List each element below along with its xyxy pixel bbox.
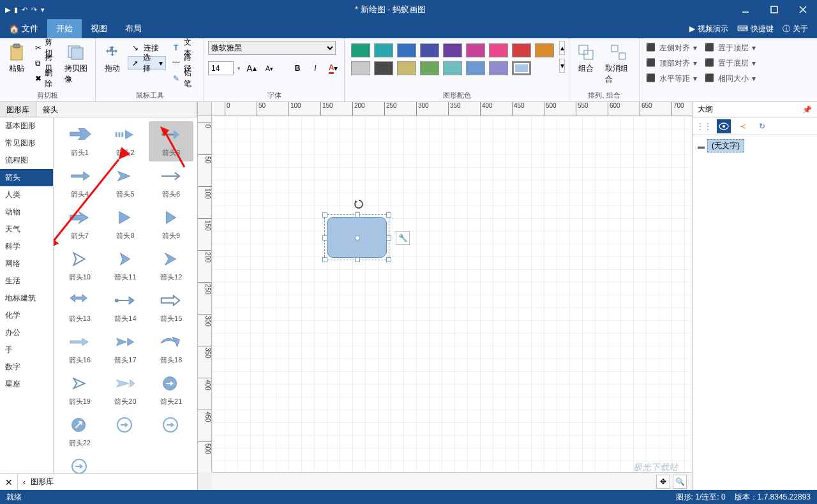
pencil-button[interactable]: ✎铅笔 [169, 71, 200, 85]
font-family-select[interactable]: 微软雅黑 [208, 41, 336, 55]
category-item[interactable]: 星座 [0, 376, 53, 393]
shape-item[interactable]: 箭头13 [57, 287, 102, 327]
shape-item[interactable]: 箭头2 [103, 121, 148, 161]
minimize-button[interactable] [731, 0, 760, 19]
category-item[interactable]: 化学 [0, 307, 53, 324]
send-back-button[interactable]: ⬛置于底层 ▾ [702, 56, 758, 70]
font-size-input[interactable] [208, 61, 234, 75]
shape-item[interactable]: 箭头4 [57, 163, 102, 203]
category-item[interactable]: 箭头 [0, 169, 53, 186]
resize-handle-e[interactable] [386, 235, 391, 241]
select-button[interactable]: ➚选择 ▾ [128, 56, 166, 70]
zoom-button[interactable]: 🔍 [673, 475, 687, 489]
color-swatch[interactable] [374, 61, 393, 75]
drag-button[interactable]: 拖动 [100, 41, 125, 77]
color-swatch[interactable] [374, 43, 393, 57]
resize-handle-s[interactable] [355, 257, 360, 262]
color-swatch[interactable] [397, 43, 416, 57]
same-size-button[interactable]: ⬛相同大小 ▾ [702, 71, 758, 85]
color-swatch[interactable] [512, 61, 531, 75]
italic-button[interactable]: I [308, 61, 322, 75]
category-item[interactable]: 常见图形 [0, 135, 53, 152]
qa-more-icon[interactable]: ▾ [41, 6, 45, 14]
paste-button[interactable]: 粘贴 [4, 41, 29, 77]
category-item[interactable]: 天气 [0, 221, 53, 238]
category-item[interactable]: 科学 [0, 238, 53, 255]
shape-item[interactable]: 箭头20 [103, 370, 148, 410]
close-button[interactable] [788, 0, 817, 19]
align-left-button[interactable]: ⬛左侧对齐 ▾ [643, 41, 700, 55]
about-link[interactable]: ⓘ 关于 [783, 24, 808, 34]
video-demo-link[interactable]: ▶ 视频演示 [689, 24, 728, 34]
resize-handle-se[interactable] [386, 257, 391, 262]
color-swatch[interactable] [443, 61, 462, 75]
menu-view[interactable]: 视图 [82, 19, 116, 38]
center-handle[interactable] [355, 235, 360, 241]
shape-settings-button[interactable]: 🔧 [396, 231, 410, 245]
category-item[interactable]: 网络 [0, 255, 53, 272]
category-item[interactable]: 办公 [0, 324, 53, 341]
group-button[interactable]: 组合 [573, 41, 599, 77]
align-top-button[interactable]: ⬛顶部对齐 ▾ [643, 56, 700, 70]
resize-handle-nw[interactable] [322, 212, 327, 218]
ungroup-button[interactable]: 取消组合 [601, 41, 635, 87]
color-swatch[interactable] [443, 43, 462, 57]
shortcuts-link[interactable]: ⌨ 快捷键 [737, 24, 774, 34]
drag-handle-icon[interactable]: ⋮⋮ [696, 122, 712, 131]
pin-icon[interactable]: 📌 [802, 105, 812, 114]
color-swatch[interactable] [351, 43, 370, 57]
canvas[interactable]: 🔧 [212, 116, 692, 472]
tree-toggle-icon[interactable]: ▬ [698, 142, 705, 150]
color-swatch[interactable] [351, 61, 370, 75]
delete-button[interactable]: ✖删除 [32, 71, 58, 85]
share-button[interactable]: ≺ [736, 119, 750, 133]
menu-file[interactable]: 🏠 文件 [0, 19, 47, 38]
resize-handle-sw[interactable] [322, 257, 327, 262]
shape-item[interactable]: 箭头17 [103, 329, 148, 369]
color-swatch[interactable] [489, 43, 508, 57]
color-swatch[interactable] [420, 43, 439, 57]
bold-button[interactable]: B [290, 61, 304, 75]
shape-item[interactable]: 箭头7 [57, 204, 102, 244]
colors-down-icon[interactable]: ▾ [559, 59, 565, 73]
shape-item[interactable]: 箭头12 [149, 246, 193, 286]
category-item[interactable]: 生活 [0, 272, 53, 290]
menu-layout[interactable]: 布局 [116, 19, 151, 38]
shape-item[interactable]: 箭头6 [149, 163, 193, 203]
shape-item[interactable]: 箭头22 [57, 411, 102, 452]
shape-item[interactable]: 箭头14 [103, 287, 148, 327]
color-swatch[interactable] [466, 61, 485, 75]
color-swatch[interactable] [466, 43, 485, 57]
library-tab[interactable]: 图形库 [0, 102, 36, 117]
redo-icon[interactable]: ↷ [31, 6, 37, 14]
shape-item[interactable]: 箭头19 [57, 370, 102, 410]
shape-item[interactable] [57, 453, 102, 473]
shape-item[interactable] [149, 411, 193, 452]
outline-tree-item[interactable]: (无文字) [707, 139, 744, 152]
color-swatch[interactable] [535, 43, 554, 57]
shape-item[interactable]: 箭头1 [57, 121, 102, 161]
auto-view-button[interactable] [717, 119, 731, 133]
shape-item[interactable]: 箭头3 [149, 121, 193, 161]
color-swatch[interactable] [420, 61, 439, 75]
undo-icon[interactable]: ↶ [22, 6, 27, 14]
copy-image-button[interactable]: 拷贝图像 [61, 41, 91, 87]
fit-button[interactable]: ✥ [656, 475, 670, 489]
shape-item[interactable]: 箭头10 [57, 246, 102, 286]
shape-item[interactable] [103, 411, 148, 452]
shape-item[interactable]: 箭头11 [103, 246, 148, 286]
panel-breadcrumb[interactable]: ‹图形库 [18, 474, 197, 490]
close-panel-button[interactable]: ✕ [0, 474, 18, 490]
increase-font-icon[interactable]: A▴ [244, 61, 259, 75]
shape-item[interactable]: 箭头8 [103, 204, 148, 244]
category-item[interactable]: 手 [0, 341, 53, 359]
color-swatch[interactable] [397, 61, 416, 75]
hspace-button[interactable]: ⬛水平等距 ▾ [643, 71, 700, 85]
category-item[interactable]: 动物 [0, 204, 53, 221]
rotate-handle[interactable] [354, 199, 364, 209]
category-item[interactable]: 人类 [0, 186, 53, 204]
color-swatch[interactable] [512, 43, 531, 57]
refresh-button[interactable]: ↻ [755, 119, 769, 133]
resize-handle-w[interactable] [322, 235, 327, 241]
category-item[interactable]: 地标建筑 [0, 290, 53, 307]
